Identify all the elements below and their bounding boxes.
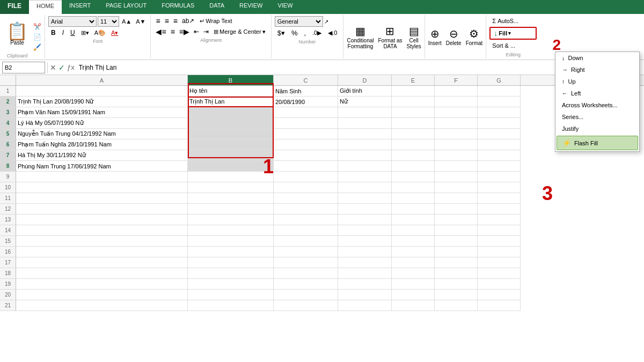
row-header-8[interactable]: 8	[0, 161, 16, 172]
row-header-11[interactable]: 11	[0, 193, 16, 204]
cell-G20[interactable]	[478, 290, 521, 300]
align-top-center-button[interactable]: ≡	[163, 16, 171, 26]
italic-button[interactable]: I	[60, 28, 67, 38]
cell-D16[interactable]	[338, 247, 392, 257]
cell-F21[interactable]	[435, 300, 478, 311]
cell-A15[interactable]	[16, 236, 188, 247]
cell-B9[interactable]	[188, 172, 274, 182]
cell-B10[interactable]	[188, 182, 274, 193]
cell-G6[interactable]	[478, 139, 521, 150]
cell-D18[interactable]	[338, 268, 392, 279]
row-header-18[interactable]: 18	[0, 268, 16, 279]
cell-B2[interactable]: Trịnh Thị Lan	[188, 97, 274, 107]
decrease-font-button[interactable]: A▼	[134, 17, 147, 26]
flash-fill-option[interactable]: ⚡Flash Fill	[557, 136, 638, 150]
cell-F16[interactable]	[435, 247, 478, 257]
format-cells-button[interactable]: ⚙ Format	[465, 26, 484, 47]
col-header-g[interactable]: G	[478, 75, 521, 85]
number-format-expand[interactable]: ↗	[324, 19, 328, 25]
cell-D6[interactable]	[338, 139, 392, 150]
fill-color-button[interactable]: A🎨	[92, 29, 108, 37]
row-header-15[interactable]: 15	[0, 236, 16, 247]
row-header-13[interactable]: 13	[0, 215, 16, 225]
review-tab[interactable]: REVIEW	[232, 0, 270, 14]
cell-B1[interactable]: Họ tên	[188, 86, 274, 97]
sort-filter-button[interactable]: Sort & ...	[489, 41, 537, 50]
increase-decimal-button[interactable]: .0▶	[310, 28, 324, 38]
fill-left-option[interactable]: ←Left	[555, 87, 639, 99]
cell-C7[interactable]	[274, 150, 338, 161]
data-tab[interactable]: DATA	[202, 0, 232, 14]
cell-B13[interactable]	[188, 215, 274, 225]
cell-C6[interactable]	[274, 139, 338, 150]
cell-F19[interactable]	[435, 279, 478, 290]
cell-G11[interactable]	[478, 193, 521, 204]
row-header-5[interactable]: 5	[0, 129, 16, 139]
cell-A16[interactable]	[16, 247, 188, 257]
currency-button[interactable]: $▾	[275, 28, 288, 38]
fill-series-option[interactable]: Series...	[555, 111, 639, 123]
formulas-tab[interactable]: FORMULAS	[154, 0, 202, 14]
cell-F6[interactable]	[435, 139, 478, 150]
cell-B6[interactable]	[188, 139, 274, 150]
decrease-indent-button[interactable]: ⇤	[192, 27, 201, 36]
row-header-14[interactable]: 14	[0, 225, 16, 236]
cell-C3[interactable]	[274, 107, 338, 118]
cell-C18[interactable]	[274, 268, 338, 279]
cell-E15[interactable]	[392, 236, 435, 247]
cell-G15[interactable]	[478, 236, 521, 247]
cell-E20[interactable]	[392, 290, 435, 300]
align-top-right-button[interactable]: ≡	[172, 16, 179, 26]
row-header-19[interactable]: 19	[0, 279, 16, 290]
align-top-left-button[interactable]: ≡	[154, 16, 162, 26]
cell-C11[interactable]	[274, 193, 338, 204]
cell-A11[interactable]	[16, 193, 188, 204]
cell-A8[interactable]: Phùng Nam Trung 17/06/1992 Nam	[16, 161, 188, 172]
cell-F4[interactable]	[435, 118, 478, 129]
cell-G1[interactable]	[478, 86, 521, 97]
home-tab[interactable]: HOME	[29, 0, 62, 14]
cell-D15[interactable]	[338, 236, 392, 247]
col-header-e[interactable]: E	[392, 75, 435, 85]
fill-button[interactable]: ↓ Fill ▾	[489, 27, 537, 40]
cell-E19[interactable]	[392, 279, 435, 290]
cancel-formula-button[interactable]: ✕	[50, 63, 56, 72]
merge-center-button[interactable]: ⊞Merge & Center▾	[211, 28, 268, 36]
cell-F1[interactable]	[435, 86, 478, 97]
cut-button[interactable]: ✂️	[32, 22, 42, 32]
cell-E11[interactable]	[392, 193, 435, 204]
cell-C14[interactable]	[274, 225, 338, 236]
cell-A13[interactable]	[16, 215, 188, 225]
view-tab[interactable]: VIEW	[270, 0, 300, 14]
col-header-d[interactable]: D	[338, 75, 392, 85]
cell-C12[interactable]	[274, 204, 338, 215]
cell-A20[interactable]	[16, 290, 188, 300]
cell-F17[interactable]	[435, 257, 478, 268]
cell-B3[interactable]	[188, 107, 274, 118]
cell-C1[interactable]: Năm Sinh	[274, 86, 338, 97]
cell-E2[interactable]	[392, 97, 435, 107]
cell-F8[interactable]	[435, 161, 478, 172]
col-header-c[interactable]: C	[274, 75, 338, 85]
cell-E8[interactable]	[392, 161, 435, 172]
cell-C20[interactable]	[274, 290, 338, 300]
name-box[interactable]	[2, 62, 45, 73]
cell-E13[interactable]	[392, 215, 435, 225]
cell-C15[interactable]	[274, 236, 338, 247]
cell-E12[interactable]	[392, 204, 435, 215]
cell-E21[interactable]	[392, 300, 435, 311]
cell-G4[interactable]	[478, 118, 521, 129]
cell-B16[interactable]	[188, 247, 274, 257]
cell-B7[interactable]	[188, 150, 274, 161]
cell-F14[interactable]	[435, 225, 478, 236]
cell-E18[interactable]	[392, 268, 435, 279]
cell-F9[interactable]	[435, 172, 478, 182]
bold-button[interactable]: B	[48, 28, 58, 38]
number-format-select[interactable]: General	[275, 16, 323, 27]
cell-D21[interactable]	[338, 300, 392, 311]
row-header-12[interactable]: 12	[0, 204, 16, 215]
col-header-a[interactable]: A	[16, 75, 188, 85]
cell-G14[interactable]	[478, 225, 521, 236]
cell-C21[interactable]	[274, 300, 338, 311]
cell-F13[interactable]	[435, 215, 478, 225]
